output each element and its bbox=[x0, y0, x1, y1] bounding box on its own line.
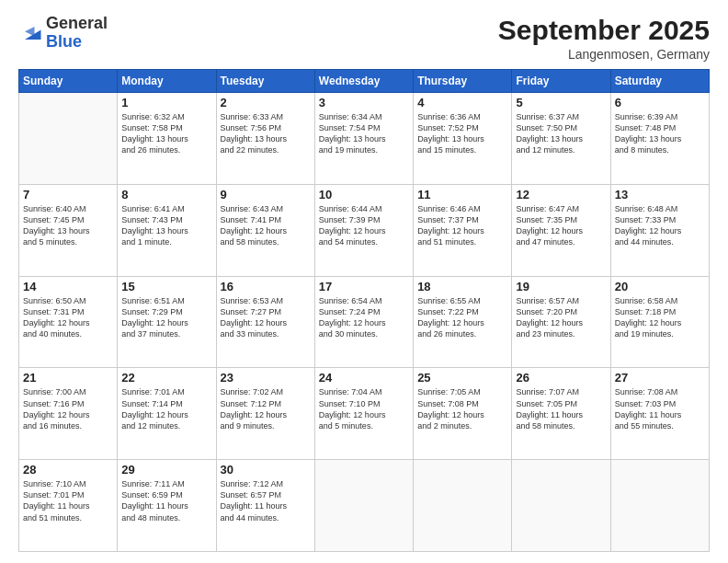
calendar-cell bbox=[610, 460, 709, 552]
day-info: Sunrise: 7:10 AM Sunset: 7:01 PM Dayligh… bbox=[23, 478, 113, 523]
calendar-cell: 12Sunrise: 6:47 AM Sunset: 7:35 PM Dayli… bbox=[512, 184, 610, 276]
calendar-cell: 6Sunrise: 6:39 AM Sunset: 7:48 PM Daylig… bbox=[610, 93, 709, 185]
calendar-cell: 17Sunrise: 6:54 AM Sunset: 7:24 PM Dayli… bbox=[314, 276, 413, 368]
calendar-table: SundayMondayTuesdayWednesdayThursdayFrid… bbox=[18, 69, 710, 552]
day-number: 15 bbox=[121, 280, 211, 293]
calendar-cell: 2Sunrise: 6:33 AM Sunset: 7:56 PM Daylig… bbox=[216, 93, 314, 185]
calendar-cell: 19Sunrise: 6:57 AM Sunset: 7:20 PM Dayli… bbox=[512, 276, 610, 368]
day-info: Sunrise: 6:44 AM Sunset: 7:39 PM Dayligh… bbox=[319, 203, 409, 248]
title-block: September 2025 Langenmosen, Germany bbox=[498, 15, 710, 62]
day-info: Sunrise: 6:46 AM Sunset: 7:37 PM Dayligh… bbox=[417, 203, 507, 248]
day-number: 11 bbox=[417, 188, 507, 201]
day-info: Sunrise: 6:51 AM Sunset: 7:29 PM Dayligh… bbox=[121, 295, 211, 340]
logo-general-text: General bbox=[46, 14, 108, 32]
day-number: 21 bbox=[23, 371, 113, 385]
calendar-cell: 16Sunrise: 6:53 AM Sunset: 7:27 PM Dayli… bbox=[216, 276, 314, 368]
day-number: 6 bbox=[615, 96, 705, 109]
calendar-cell: 29Sunrise: 7:11 AM Sunset: 6:59 PM Dayli… bbox=[118, 460, 216, 552]
month-title: September 2025 bbox=[498, 15, 710, 45]
day-info: Sunrise: 6:37 AM Sunset: 7:50 PM Dayligh… bbox=[516, 111, 606, 156]
day-number: 2 bbox=[221, 96, 311, 109]
day-info: Sunrise: 7:02 AM Sunset: 7:12 PM Dayligh… bbox=[221, 386, 311, 431]
logo: General Blue bbox=[18, 15, 108, 52]
day-number: 27 bbox=[615, 371, 705, 385]
day-number: 4 bbox=[417, 96, 507, 109]
day-number: 22 bbox=[121, 371, 211, 385]
day-info: Sunrise: 7:12 AM Sunset: 6:57 PM Dayligh… bbox=[221, 478, 311, 523]
calendar-cell: 26Sunrise: 7:07 AM Sunset: 7:05 PM Dayli… bbox=[512, 368, 610, 460]
day-info: Sunrise: 6:53 AM Sunset: 7:27 PM Dayligh… bbox=[221, 295, 311, 340]
svg-marker-1 bbox=[25, 27, 35, 37]
calendar-cell bbox=[19, 93, 118, 185]
day-info: Sunrise: 6:32 AM Sunset: 7:58 PM Dayligh… bbox=[121, 111, 211, 156]
calendar-cell: 11Sunrise: 6:46 AM Sunset: 7:37 PM Dayli… bbox=[414, 184, 512, 276]
day-number: 10 bbox=[319, 188, 409, 201]
weekday-saturday: Saturday bbox=[610, 70, 709, 93]
day-info: Sunrise: 6:33 AM Sunset: 7:56 PM Dayligh… bbox=[221, 111, 311, 156]
day-info: Sunrise: 6:58 AM Sunset: 7:18 PM Dayligh… bbox=[615, 295, 705, 340]
day-info: Sunrise: 6:57 AM Sunset: 7:20 PM Dayligh… bbox=[516, 295, 606, 340]
calendar-cell: 30Sunrise: 7:12 AM Sunset: 6:57 PM Dayli… bbox=[216, 460, 314, 552]
header: General Blue September 2025 Langenmosen,… bbox=[18, 15, 710, 62]
day-number: 7 bbox=[23, 188, 113, 201]
calendar-cell: 20Sunrise: 6:58 AM Sunset: 7:18 PM Dayli… bbox=[610, 276, 709, 368]
day-number: 23 bbox=[221, 371, 311, 385]
day-number: 5 bbox=[516, 96, 606, 109]
location-title: Langenmosen, Germany bbox=[498, 47, 710, 62]
day-number: 14 bbox=[23, 280, 113, 293]
day-number: 28 bbox=[23, 463, 113, 477]
day-info: Sunrise: 7:04 AM Sunset: 7:10 PM Dayligh… bbox=[319, 386, 409, 431]
calendar-cell: 4Sunrise: 6:36 AM Sunset: 7:52 PM Daylig… bbox=[414, 93, 512, 185]
day-number: 29 bbox=[121, 463, 211, 477]
day-info: Sunrise: 7:05 AM Sunset: 7:08 PM Dayligh… bbox=[417, 386, 507, 431]
weekday-header-row: SundayMondayTuesdayWednesdayThursdayFrid… bbox=[19, 70, 710, 93]
day-number: 9 bbox=[221, 188, 311, 201]
calendar-cell: 23Sunrise: 7:02 AM Sunset: 7:12 PM Dayli… bbox=[216, 368, 314, 460]
day-info: Sunrise: 6:50 AM Sunset: 7:31 PM Dayligh… bbox=[23, 295, 113, 340]
weekday-wednesday: Wednesday bbox=[314, 70, 413, 93]
calendar-cell: 28Sunrise: 7:10 AM Sunset: 7:01 PM Dayli… bbox=[19, 460, 118, 552]
week-row-3: 21Sunrise: 7:00 AM Sunset: 7:16 PM Dayli… bbox=[19, 368, 710, 460]
calendar-cell: 9Sunrise: 6:43 AM Sunset: 7:41 PM Daylig… bbox=[216, 184, 314, 276]
calendar-cell: 5Sunrise: 6:37 AM Sunset: 7:50 PM Daylig… bbox=[512, 93, 610, 185]
day-number: 8 bbox=[121, 188, 211, 201]
day-info: Sunrise: 6:40 AM Sunset: 7:45 PM Dayligh… bbox=[23, 203, 113, 248]
day-number: 1 bbox=[121, 96, 211, 109]
day-info: Sunrise: 6:54 AM Sunset: 7:24 PM Dayligh… bbox=[319, 295, 409, 340]
day-number: 24 bbox=[319, 371, 409, 385]
day-info: Sunrise: 6:36 AM Sunset: 7:52 PM Dayligh… bbox=[417, 111, 507, 156]
calendar-cell bbox=[414, 460, 512, 552]
weekday-thursday: Thursday bbox=[414, 70, 512, 93]
day-info: Sunrise: 7:07 AM Sunset: 7:05 PM Dayligh… bbox=[516, 386, 606, 431]
day-number: 30 bbox=[221, 463, 311, 477]
calendar-cell: 25Sunrise: 7:05 AM Sunset: 7:08 PM Dayli… bbox=[414, 368, 512, 460]
day-info: Sunrise: 7:00 AM Sunset: 7:16 PM Dayligh… bbox=[23, 386, 113, 431]
week-row-4: 28Sunrise: 7:10 AM Sunset: 7:01 PM Dayli… bbox=[19, 460, 710, 552]
day-number: 3 bbox=[319, 96, 409, 109]
calendar-cell: 22Sunrise: 7:01 AM Sunset: 7:14 PM Dayli… bbox=[118, 368, 216, 460]
logo-blue-text: Blue bbox=[46, 32, 82, 51]
calendar-cell: 13Sunrise: 6:48 AM Sunset: 7:33 PM Dayli… bbox=[610, 184, 709, 276]
day-number: 17 bbox=[319, 280, 409, 293]
day-number: 13 bbox=[615, 188, 705, 201]
day-info: Sunrise: 6:39 AM Sunset: 7:48 PM Dayligh… bbox=[615, 111, 705, 156]
calendar-cell: 3Sunrise: 6:34 AM Sunset: 7:54 PM Daylig… bbox=[314, 93, 413, 185]
day-number: 19 bbox=[516, 280, 606, 293]
day-number: 16 bbox=[221, 280, 311, 293]
calendar-cell: 1Sunrise: 6:32 AM Sunset: 7:58 PM Daylig… bbox=[118, 93, 216, 185]
day-info: Sunrise: 7:08 AM Sunset: 7:03 PM Dayligh… bbox=[615, 386, 705, 431]
day-info: Sunrise: 7:01 AM Sunset: 7:14 PM Dayligh… bbox=[121, 386, 211, 431]
calendar-cell bbox=[314, 460, 413, 552]
calendar-cell: 15Sunrise: 6:51 AM Sunset: 7:29 PM Dayli… bbox=[118, 276, 216, 368]
week-row-2: 14Sunrise: 6:50 AM Sunset: 7:31 PM Dayli… bbox=[19, 276, 710, 368]
calendar-cell: 27Sunrise: 7:08 AM Sunset: 7:03 PM Dayli… bbox=[610, 368, 709, 460]
day-info: Sunrise: 6:55 AM Sunset: 7:22 PM Dayligh… bbox=[417, 295, 507, 340]
day-info: Sunrise: 7:11 AM Sunset: 6:59 PM Dayligh… bbox=[121, 478, 211, 523]
week-row-0: 1Sunrise: 6:32 AM Sunset: 7:58 PM Daylig… bbox=[19, 93, 710, 185]
day-info: Sunrise: 6:47 AM Sunset: 7:35 PM Dayligh… bbox=[516, 203, 606, 248]
logo-icon bbox=[18, 20, 44, 46]
day-info: Sunrise: 6:43 AM Sunset: 7:41 PM Dayligh… bbox=[221, 203, 311, 248]
calendar-cell: 24Sunrise: 7:04 AM Sunset: 7:10 PM Dayli… bbox=[314, 368, 413, 460]
calendar-cell: 7Sunrise: 6:40 AM Sunset: 7:45 PM Daylig… bbox=[19, 184, 118, 276]
day-info: Sunrise: 6:48 AM Sunset: 7:33 PM Dayligh… bbox=[615, 203, 705, 248]
